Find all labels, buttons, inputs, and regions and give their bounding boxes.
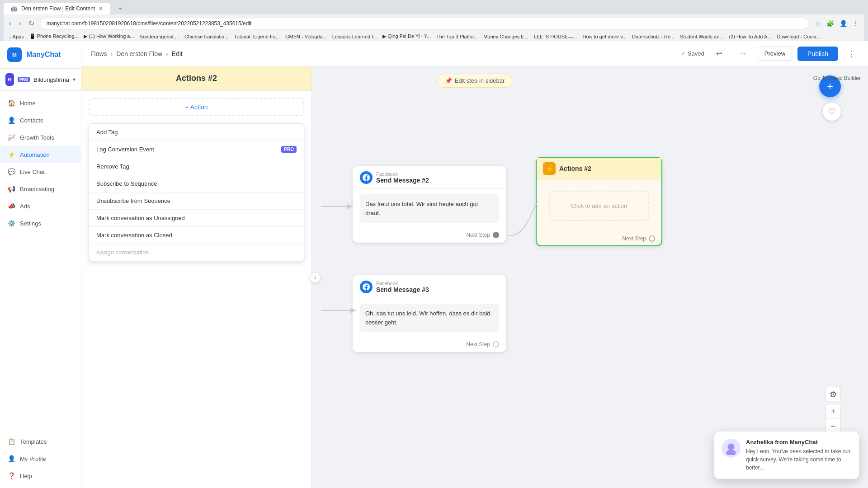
- refresh-btn[interactable]: ↻: [27, 17, 36, 29]
- next-step-dot-1[interactable]: [493, 232, 499, 238]
- automation-icon: ⚡: [7, 150, 15, 159]
- extensions-btn[interactable]: 🧩: [825, 18, 836, 29]
- node-3-title-group: Facebook Send Message #3: [376, 281, 429, 293]
- bookmark-apps[interactable]: ::: Apps: [7, 34, 24, 39]
- next-step-dot-3[interactable]: [493, 341, 499, 347]
- zoom-in-btn[interactable]: +: [826, 404, 840, 419]
- canvas-area[interactable]: Go To Basic Builder 📌 Edit step in sideb…: [81, 66, 868, 488]
- forward-btn[interactable]: ›: [17, 18, 23, 29]
- menu-btn[interactable]: ⋮: [851, 18, 861, 29]
- heart-icon: ♡: [828, 107, 835, 117]
- sidebar-item-settings[interactable]: ⚙️ Settings: [0, 215, 81, 232]
- action-item-mark-unassigned[interactable]: Mark conversation as Unassigned: [89, 210, 304, 226]
- tab-close-btn[interactable]: ✕: [99, 5, 103, 12]
- go-basic-builder-btn[interactable]: Go To Basic Builder: [813, 75, 861, 81]
- sidebar-item-help[interactable]: ❓ Help: [0, 467, 81, 484]
- more-options-btn[interactable]: ⋮: [844, 47, 859, 61]
- bookmark-11[interactable]: LEE 'S HOUSE—...: [534, 34, 577, 39]
- preview-btn[interactable]: Preview: [758, 47, 792, 61]
- bookmark-16[interactable]: Download - Cooki...: [777, 34, 820, 39]
- actions-panel-content: + Action Add Tag Log Conversion Event PR…: [81, 91, 311, 488]
- help-icon: ❓: [7, 472, 15, 480]
- action-item-add-tag[interactable]: Add Tag: [89, 124, 304, 141]
- minus-icon: −: [831, 422, 836, 431]
- bookmark-8[interactable]: ▶ Qing Fei De Yi - Y...: [382, 33, 431, 39]
- bookmark-btn[interactable]: ☆: [813, 18, 823, 29]
- bookmark-4[interactable]: Chinese translatio...: [184, 34, 228, 39]
- node-3-next-step-label: Next Step: [466, 341, 490, 347]
- bookmark-13[interactable]: Datenschutz - Re...: [632, 34, 675, 39]
- sidebar-item-broadcasting[interactable]: 📢 Broadcasting: [0, 180, 81, 197]
- publish-btn[interactable]: Publish: [797, 47, 838, 61]
- chat-avatar: [722, 439, 741, 458]
- lightning-icon: ⚡: [543, 162, 556, 175]
- profile-btn[interactable]: 👤: [838, 18, 849, 29]
- add-action-btn[interactable]: + Action: [89, 98, 304, 116]
- fab-icon: +: [827, 80, 833, 93]
- sidebar-item-contacts[interactable]: 👤 Contacts: [0, 112, 81, 129]
- sidebar-item-growth-tools[interactable]: 📈 Growth Tools: [0, 129, 81, 146]
- chat-content: Anzhelika from ManyChat Hey Leon, You've…: [746, 439, 852, 472]
- zoom-group: + −: [826, 404, 841, 434]
- my-profile-icon: 👤: [7, 455, 15, 463]
- saved-check-icon: ✓: [681, 50, 686, 57]
- chevron-down-icon: ▾: [73, 76, 75, 83]
- flow-node-message-2[interactable]: Facebook Send Message #2 Das freut uns t…: [353, 166, 506, 243]
- sidebar-item-my-profile[interactable]: 👤 My Profile: [0, 450, 81, 467]
- sidebar-item-automation[interactable]: ⚡ Automation: [0, 146, 81, 163]
- action-item-mark-closed[interactable]: Mark conversation as Closed: [89, 227, 304, 244]
- active-tab[interactable]: 🤖 Den ersten Flow | Edit Content ✕: [4, 3, 110, 14]
- action-label-mark-unassigned: Mark conversation as Unassigned: [96, 215, 185, 221]
- action-item-unsubscribe-sequence[interactable]: Unsubscribe from Sequence: [89, 192, 304, 209]
- new-tab-btn[interactable]: +: [111, 3, 193, 14]
- action-item-assign-conversation[interactable]: Assign conversation: [89, 244, 304, 261]
- plus-icon: +: [831, 407, 836, 416]
- bookmark-12[interactable]: How to get more v...: [582, 34, 627, 39]
- bookmarks-bar: ::: Apps 📱 Phone Recycling... ▶ (1) How …: [4, 32, 864, 41]
- redo-btn[interactable]: ↪: [734, 46, 752, 61]
- sidebar-item-label-my-profile: My Profile: [20, 455, 46, 462]
- zoom-controls: ⚙ + −: [826, 387, 841, 434]
- workspace-selector[interactable]: B PRO Bildungsfirma ▾: [0, 69, 81, 91]
- edit-banner-text: Edit step in sidebar: [455, 77, 505, 84]
- bookmark-2[interactable]: ▶ (1) How Working a...: [84, 33, 134, 39]
- favorites-btn[interactable]: ♡: [823, 103, 841, 121]
- flow-node-message-3[interactable]: Facebook Send Message #3 Oh, das tut uns…: [353, 275, 506, 352]
- next-step-dot-2[interactable]: [649, 235, 655, 242]
- bookmark-15[interactable]: (2) How To Add A...: [729, 34, 771, 39]
- pro-badge-log-conversion: PRO: [281, 146, 297, 153]
- canvas-settings-btn[interactable]: ⚙: [826, 387, 840, 402]
- edit-step-banner[interactable]: 📌 Edit step in sidebar: [437, 74, 513, 88]
- bookmark-9[interactable]: The Top 3 Platfor...: [436, 34, 478, 39]
- action-item-remove-tag[interactable]: Remove Tag: [89, 158, 304, 175]
- click-add-action[interactable]: Click to add an action: [549, 191, 649, 221]
- action-item-log-conversion[interactable]: Log Conversion Event PRO: [89, 141, 304, 158]
- bookmark-7[interactable]: Lessons Learned f...: [332, 34, 377, 39]
- bookmark-3[interactable]: Sonderangebot:...: [140, 34, 179, 39]
- node-1-message: Das freut uns total. Wir sind heute auch…: [360, 194, 499, 223]
- collapse-icon[interactable]: ‹: [310, 272, 321, 283]
- bookmark-6[interactable]: GMSN - Vologda...: [285, 34, 327, 39]
- sidebar-item-live-chat[interactable]: 💬 Live Chat: [0, 163, 81, 180]
- undo-btn[interactable]: ↩: [710, 46, 728, 61]
- bookmark-5[interactable]: Tutorial: Eigene Fa...: [234, 34, 280, 39]
- flow-node-actions-2[interactable]: ⚡ Actions #2 Click to add an action Next…: [536, 157, 662, 246]
- chat-widget[interactable]: Anzhelika from ManyChat Hey Leon, You've…: [714, 432, 859, 479]
- bookmark-1[interactable]: 📱 Phone Recycling...: [29, 33, 79, 39]
- app-container: M ManyChat B PRO Bildungsfirma ▾ 🏠 Home …: [0, 41, 868, 488]
- node-2-title-group: Actions #2: [559, 165, 591, 172]
- sidebar-item-ads[interactable]: 📣 Ads: [0, 197, 81, 215]
- action-item-subscribe-sequence[interactable]: Subscribe to Sequence: [89, 175, 304, 192]
- breadcrumb-sep-1: ›: [111, 50, 113, 57]
- bookmark-14[interactable]: Student Wants an...: [680, 34, 723, 39]
- sidebar-item-templates[interactable]: 📋 Templates: [0, 433, 81, 450]
- collapse-panel-btn[interactable]: ‹: [310, 272, 321, 283]
- bookmark-10[interactable]: Money Changes E...: [483, 34, 528, 39]
- url-bar[interactable]: manychat.com/fb198150208192061​8/cms/fil…: [40, 18, 810, 29]
- back-btn[interactable]: ‹: [7, 18, 13, 29]
- actions-sidebar-panel: Actions #2 + Action Add Tag Log Co: [81, 66, 312, 488]
- chat-sender: Anzhelika from ManyChat: [746, 439, 852, 446]
- breadcrumb-flows[interactable]: Flows: [90, 50, 107, 57]
- sidebar-item-home[interactable]: 🏠 Home: [0, 94, 81, 112]
- breadcrumb-flow-name[interactable]: Den ersten Flow: [116, 50, 162, 57]
